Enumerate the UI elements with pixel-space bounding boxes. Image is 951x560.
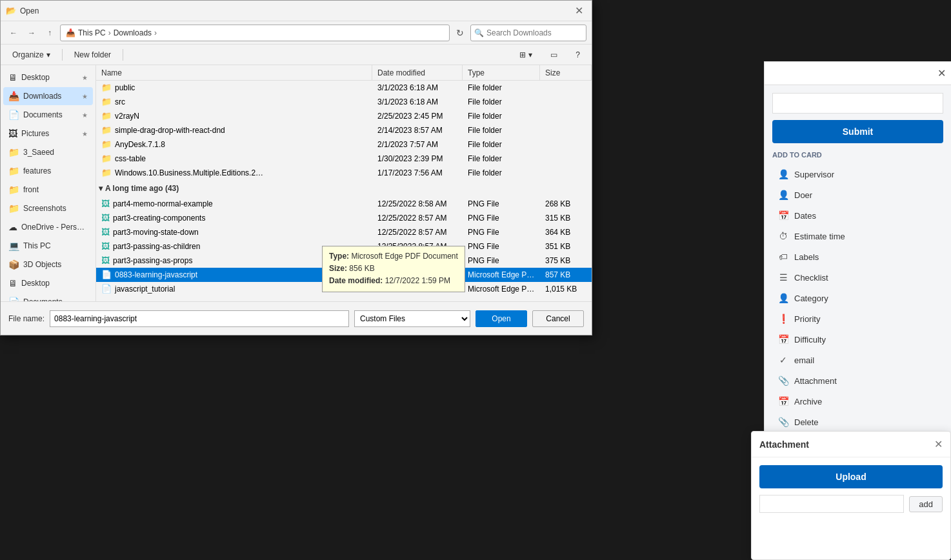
file-name-anydesk: 📁AnyDesk.7.1.8 <box>96 139 372 149</box>
card-title-input[interactable] <box>772 93 943 114</box>
card-action-estimate-time[interactable]: ⏱ Estimate time <box>772 226 943 246</box>
png-icon-part3-moving: 🖼 <box>101 227 110 237</box>
thispc-icon: 💻 <box>8 241 19 251</box>
card-action-category[interactable]: 👤 Category <box>772 288 943 308</box>
new-folder-button[interactable]: New folder <box>68 47 117 63</box>
sidebar-item-thispc[interactable]: 💻 This PC <box>3 237 93 255</box>
header-type[interactable]: Type <box>463 65 540 80</box>
back-button[interactable]: ← <box>6 25 21 41</box>
card-action-supervisor[interactable]: 👤 Supervisor <box>772 164 943 185</box>
category-label: Category <box>794 294 828 303</box>
file-row-src[interactable]: 📁src 3/1/2023 6:18 AM File folder <box>96 95 592 109</box>
up-button[interactable]: ↑ <box>42 25 57 41</box>
search-wrapper: 🔍 <box>470 25 586 41</box>
file-row-simple-drag[interactable]: 📁simple-drag-drop-with-react-dnd 2/14/20… <box>96 123 592 137</box>
file-name-public: 📁public <box>96 83 372 92</box>
file-name-part3-creating: 🖼part3-creating-components <box>96 213 372 223</box>
filetype-select[interactable]: Custom Files All Files PDF Files PNG Fil… <box>354 310 470 327</box>
sidebar-item-label-thispc: This PC <box>23 241 51 250</box>
view-toggle-button[interactable]: ⊞ ▾ <box>513 47 539 63</box>
card-panel-close-button[interactable]: ✕ <box>937 67 946 79</box>
file-row-part3-children[interactable]: 🖼part3-passing-as-children 12/25/2022 8:… <box>96 239 592 254</box>
organize-button[interactable]: Organize ▾ <box>6 47 57 63</box>
address-path[interactable]: 📥 This PC › Downloads › <box>60 25 450 41</box>
priority-icon: ❗ <box>777 314 789 324</box>
cancel-button[interactable]: Cancel <box>532 310 584 327</box>
add-to-card-label: Add to card <box>772 151 943 159</box>
sidebar-item-features[interactable]: 📁 features <box>3 162 93 180</box>
sidebar-item-3dobjects[interactable]: 📦 3D Objects <box>3 255 93 274</box>
file-type-css-table: File folder <box>463 154 540 163</box>
pin-icon-pictures: ★ <box>82 130 88 137</box>
file-row-part3-moving[interactable]: 🖼part3-moving-state-down 12/25/2022 8:57… <box>96 225 592 239</box>
card-action-email[interactable]: ✓ email <box>772 350 943 370</box>
dates-label: Dates <box>794 211 816 221</box>
3saeed-icon: 📁 <box>8 147 19 157</box>
sidebar-item-3saeed[interactable]: 📁 3_Saeed <box>3 143 93 161</box>
card-action-labels[interactable]: 🏷 Labels <box>772 246 943 267</box>
file-row-javascript-tutorial[interactable]: 📄javascript_tutorial Microsoft Edge P… 1… <box>96 282 592 296</box>
card-action-attachment[interactable]: 📎 Attachment <box>772 370 943 391</box>
sidebar-item-onedrive[interactable]: ☁ OneDrive - Perso… <box>3 218 93 236</box>
header-name[interactable]: Name <box>96 65 372 80</box>
estimate-time-label: Estimate time <box>794 232 845 241</box>
long-ago-group-header[interactable]: ▾ A long time ago (43) <box>96 180 592 197</box>
file-date-0883-learning: 12/7/2022 1:59 PM <box>372 270 463 279</box>
file-pane: Name Date modified Type Size 📁public 3/1… <box>96 65 592 301</box>
sidebar-item-front[interactable]: 📁 front <box>3 181 93 199</box>
folder-icon-simple-drag: 📁 <box>101 125 112 135</box>
dialog-body: 🖥 Desktop ★ 📥 Downloads ★ 📄 Documents ★ … <box>1 65 592 301</box>
card-action-checklist[interactable]: ☰ Checklist <box>772 267 943 288</box>
help-icon: ? <box>576 50 580 59</box>
file-row-public[interactable]: 📁public 3/1/2023 6:18 AM File folder <box>96 81 592 95</box>
sidebar-item-screenshots[interactable]: 📁 Screenshots <box>3 199 93 217</box>
file-date-public: 3/1/2023 6:18 AM <box>372 83 463 92</box>
sidebar-item-documents[interactable]: 📄 Documents ★ <box>3 106 93 124</box>
dialog-close-button[interactable]: ✕ <box>571 3 586 19</box>
file-row-css-table[interactable]: 📁css-table 1/30/2023 2:39 PM File folder <box>96 152 592 166</box>
card-action-dates[interactable]: 📅 Dates <box>772 205 943 226</box>
sidebar-item-documents2[interactable]: 📄 Documents <box>3 293 93 301</box>
sidebar-item-label-onedrive: OneDrive - Perso… <box>21 223 88 232</box>
card-action-doer[interactable]: 👤 Doer <box>772 185 943 205</box>
file-row-0883-learning[interactable]: 📄0883-learning-javascript 12/7/2022 1:59… <box>96 268 592 282</box>
file-row-windows10[interactable]: 📁Windows.10.Business.Multiple.Editions.2… <box>96 166 592 180</box>
card-action-priority[interactable]: ❗ Priority <box>772 308 943 329</box>
pdf-icon-0883: 📄 <box>101 270 112 279</box>
header-date[interactable]: Date modified <box>372 65 463 80</box>
upload-button[interactable]: Upload <box>759 465 943 488</box>
card-action-archive[interactable]: 📅 Archive <box>772 391 943 412</box>
submit-button[interactable]: Submit <box>772 120 943 143</box>
header-size[interactable]: Size <box>540 65 592 80</box>
file-row-part3-props[interactable]: 🖼part3-passing-as-props 12/25/2022 8:57 … <box>96 254 592 268</box>
add-attachment-button[interactable]: add <box>909 496 943 512</box>
attachment-panel: Attachment ✕ Upload add <box>751 431 951 560</box>
open-button[interactable]: Open <box>476 310 527 327</box>
attachment-close-button[interactable]: ✕ <box>934 438 943 450</box>
sidebar-item-desktop2[interactable]: 🖥 Desktop <box>3 274 93 292</box>
filename-input[interactable] <box>50 310 349 327</box>
card-action-delete[interactable]: 📎 Delete <box>772 412 943 432</box>
file-row-anydesk[interactable]: 📁AnyDesk.7.1.8 2/1/2023 7:57 AM File fol… <box>96 137 592 152</box>
add-row: add <box>759 495 943 513</box>
sidebar-item-downloads[interactable]: 📥 Downloads ★ <box>3 87 93 105</box>
search-input[interactable] <box>470 25 586 41</box>
pin-icon-documents: ★ <box>82 112 88 119</box>
forward-button[interactable]: → <box>24 25 39 41</box>
card-action-difficulty[interactable]: 📅 Difficulty <box>772 329 943 350</box>
attachment-url-input[interactable] <box>759 495 904 513</box>
dialog-title-icon: 📂 <box>6 6 16 16</box>
refresh-button[interactable]: ↻ <box>452 25 468 41</box>
sidebar-item-pictures[interactable]: 🖼 Pictures ★ <box>3 125 93 143</box>
sidebar-item-label-screenshots: Screenshots <box>23 204 66 213</box>
preview-toggle-button[interactable]: ▭ <box>544 47 564 63</box>
folder-icon-public: 📁 <box>101 83 112 92</box>
file-row-part3-creating[interactable]: 🖼part3-creating-components 12/25/2022 8:… <box>96 211 592 225</box>
file-row-part4-memo[interactable]: 🖼part4-memo-normal-example 12/25/2022 8:… <box>96 197 592 211</box>
file-row-v2rayN[interactable]: 📁v2rayN 2/25/2023 2:45 PM File folder <box>96 109 592 123</box>
checklist-icon: ☰ <box>777 272 789 283</box>
file-date-src: 3/1/2023 6:18 AM <box>372 97 463 106</box>
sidebar-item-desktop[interactable]: 🖥 Desktop ★ <box>3 68 93 86</box>
help-button[interactable]: ? <box>569 47 586 63</box>
file-date-anydesk: 2/1/2023 7:57 AM <box>372 140 463 149</box>
